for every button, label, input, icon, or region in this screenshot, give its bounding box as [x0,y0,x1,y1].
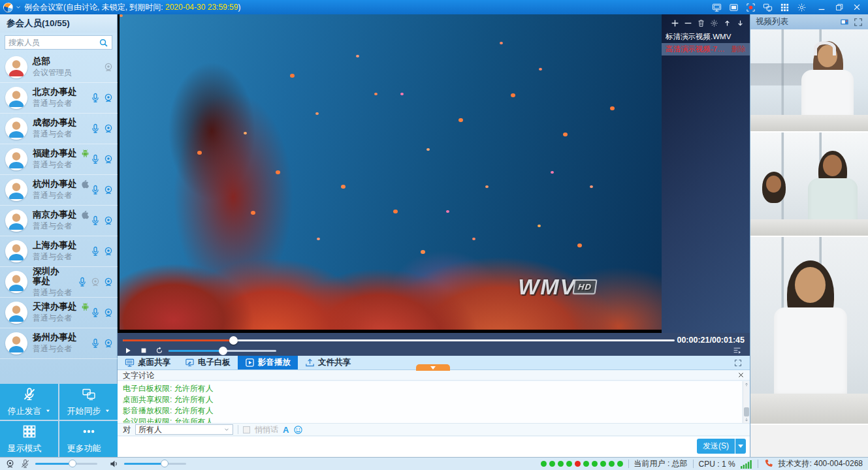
volume-thumb[interactable] [219,347,227,355]
tab[interactable]: 桌面共享 [118,356,178,369]
action-button[interactable]: 停止发言 [0,384,58,420]
chat-scrollbar[interactable] [743,381,749,423]
close-icon[interactable] [852,3,861,12]
avatar [5,148,27,170]
playing-video[interactable]: WMVHD [120,14,662,330]
mic-icon[interactable] [90,307,101,318]
video-thumbnail[interactable] [750,29,868,133]
seek-bar[interactable] [123,339,675,341]
tab[interactable]: 影音播放 [238,356,298,369]
trash-icon[interactable] [697,19,705,27]
monitor-icon[interactable] [712,3,722,12]
whisper-checkbox[interactable] [243,426,250,433]
whisper-label: 悄悄话 [255,424,278,435]
playlist-item[interactable]: 标清演示视频.WMV [662,31,750,43]
delete-link[interactable]: 删除 [731,43,746,55]
volume-slider[interactable] [169,350,276,352]
webcam-icon[interactable] [103,123,114,134]
mic-icon[interactable] [90,154,101,164]
mic-icon[interactable] [90,93,101,103]
collapse-handle[interactable] [416,364,450,371]
message-input[interactable]: 发送(S) [118,437,750,457]
participant-row[interactable]: 扬州办事处 普通与会者 [0,328,118,359]
minus-icon[interactable] [684,19,692,27]
font-button[interactable]: A [283,425,289,435]
scroll-down-icon[interactable] [744,417,749,422]
replay-button[interactable] [155,347,163,354]
participant-row[interactable]: 福建办事处 普通与会者 [0,144,118,175]
record-icon[interactable] [746,3,756,12]
playlist-toggle-icon[interactable] [732,346,742,354]
webcam-icon[interactable] [103,215,114,226]
mic-volume-slider[interactable] [35,463,97,465]
action-button[interactable]: 显示模式 [0,421,58,457]
chevron-down-icon [223,426,230,433]
search-icon[interactable] [99,38,108,48]
speaker-icon[interactable] [109,459,119,469]
arrow-up-icon[interactable] [723,19,731,27]
minimize-icon[interactable] [817,3,826,12]
screen-layout-icon[interactable] [840,18,849,27]
webcam-gray-icon[interactable] [103,62,114,72]
tab[interactable]: 文件共享 [298,356,358,369]
window-controls [817,3,868,12]
mic-icon[interactable] [90,185,101,195]
participant-row[interactable]: 天津办事处 普通与会者 [0,298,118,328]
participant-row[interactable]: 北京办事处 普通与会者 [0,83,118,114]
chevron-down-icon[interactable] [15,4,22,10]
send-options-arrow[interactable] [735,439,746,454]
webcam-icon[interactable] [103,93,114,103]
android-icon [80,302,90,311]
window-icon[interactable] [729,3,739,12]
mic-icon[interactable] [90,215,101,226]
search-input[interactable]: 搜索人员 [5,35,112,50]
gear-icon[interactable] [797,3,807,12]
sync-screens-icon[interactable] [763,3,773,12]
playlist-item[interactable]: 高清演示视频-720P.wmv 删除 [662,43,750,55]
speaker-volume-slider[interactable] [124,463,186,465]
mic-icon[interactable] [90,123,101,134]
arrow-down-icon[interactable] [736,19,745,27]
participant-row[interactable]: 深圳办事处 普通与会者 [0,267,118,298]
webcam-icon[interactable] [5,459,15,469]
scroll-up-icon[interactable] [744,382,749,387]
webcam-gray-icon[interactable] [90,277,101,287]
seek-thumb[interactable] [229,336,238,345]
grid-dots-icon[interactable] [780,3,790,12]
participant-row[interactable]: 上海办事处 普通与会者 [0,236,118,267]
recipient-select[interactable]: 所有人 [135,424,233,435]
emoji-icon[interactable] [293,425,303,435]
restore-icon[interactable] [835,3,844,12]
conference-app-window: 例会会议室(自由讨论, 未锁定, 到期时间: 2020-04-30 23:59:… [0,0,868,470]
participant-row[interactable]: 总部 会议管理员 [0,52,118,83]
webcam-icon[interactable] [103,154,114,164]
video-thumbnail[interactable] [750,237,868,425]
mic-icon[interactable] [90,338,101,349]
send-button[interactable]: 发送(S) [697,439,746,454]
stop-button[interactable] [140,347,148,354]
webcam-icon[interactable] [103,246,114,257]
expand-icon[interactable] [734,359,742,367]
action-button[interactable]: 开始同步 [59,384,118,420]
mic-icon[interactable] [77,277,88,287]
webcam-icon[interactable] [103,277,114,287]
tab[interactable]: 电子白板 [178,356,238,369]
mic-muted-icon[interactable] [20,459,30,469]
gear-icon[interactable] [710,19,718,27]
scroll-thumb[interactable] [744,407,749,416]
mic-icon[interactable] [90,246,101,257]
plus-icon[interactable] [671,19,679,27]
participant-row[interactable]: 南京办事处 普通与会者 [0,206,118,236]
hd-badge: HD [573,279,598,294]
webcam-icon[interactable] [103,338,114,349]
current-user: 当前用户 : 总部 [634,458,688,469]
action-button[interactable]: 更多功能 [59,421,118,457]
expand-icon[interactable] [854,18,863,27]
participant-row[interactable]: 杭州办事处 普通与会者 [0,175,118,206]
participant-row[interactable]: 成都办事处 普通与会者 [0,114,118,144]
play-button[interactable] [124,347,132,354]
video-thumbnail[interactable] [750,133,868,237]
webcam-icon[interactable] [103,307,114,318]
close-icon[interactable] [737,371,745,379]
webcam-icon[interactable] [103,185,114,195]
